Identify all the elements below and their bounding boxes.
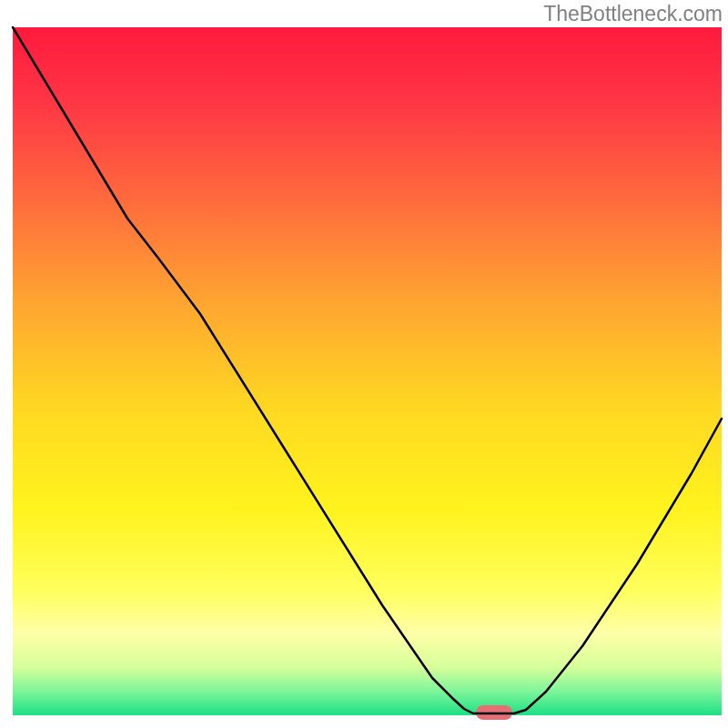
watermark-text: TheBottleneck.com [543,2,723,26]
gradient-backdrop [13,27,722,715]
chart-canvas: TheBottleneck.com [0,0,728,728]
bottleneck-chart [0,0,728,728]
